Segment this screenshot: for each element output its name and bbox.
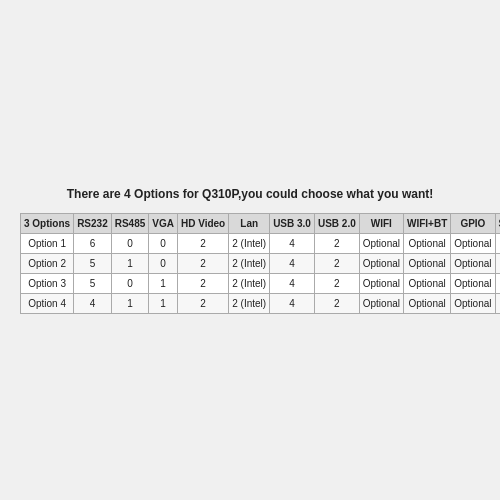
table-cell: 2 <box>177 253 228 273</box>
table-cell: 2 <box>177 273 228 293</box>
table-body: Option 160022 (Intel)42OptionalOptionalO… <box>21 233 501 313</box>
table-cell: 2 <box>177 233 228 253</box>
table-cell: 1 <box>149 273 178 293</box>
table-cell: Optional <box>495 293 500 313</box>
table-cell: 2 <box>314 253 359 273</box>
col-header-usb30: USB 3.0 <box>270 213 315 233</box>
col-header-lan: Lan <box>229 213 270 233</box>
table-cell: 1 <box>149 293 178 313</box>
table-cell: Option 3 <box>21 273 74 293</box>
table-cell: 2 <box>314 273 359 293</box>
table-cell: Option 4 <box>21 293 74 313</box>
table-cell: 2 (Intel) <box>229 253 270 273</box>
table-cell: Optional <box>451 273 495 293</box>
table-cell: 1 <box>111 293 149 313</box>
col-header-wifi: WIFI <box>359 213 403 233</box>
table-cell: 2 (Intel) <box>229 273 270 293</box>
table-cell: Optional <box>451 233 495 253</box>
col-header-usb20: USB 2.0 <box>314 213 359 233</box>
col-header-gpio: GPIO <box>451 213 495 233</box>
table-cell: 5 <box>74 273 112 293</box>
table-cell: 6 <box>74 233 112 253</box>
main-container: There are 4 Options for Q310P,you could … <box>10 177 490 324</box>
table-cell: 4 <box>270 253 315 273</box>
table-cell: 2 (Intel) <box>229 233 270 253</box>
table-cell: Optional <box>451 253 495 273</box>
table-cell: Option 1 <box>21 233 74 253</box>
table-cell: 4 <box>270 273 315 293</box>
table-cell: 5 <box>74 253 112 273</box>
col-header-vga: VGA <box>149 213 178 233</box>
table-cell: Optional <box>495 273 500 293</box>
col-header-simcard: SIM Card <box>495 213 500 233</box>
table-cell: 0 <box>149 233 178 253</box>
table-cell: 2 <box>314 293 359 313</box>
table-cell: Optional <box>359 293 403 313</box>
table-cell: Optional <box>403 233 450 253</box>
table-row: Option 441122 (Intel)42OptionalOptionalO… <box>21 293 501 313</box>
table-cell: 2 <box>177 293 228 313</box>
table-cell: Optional <box>359 253 403 273</box>
options-table: 3 Options RS232 RS485 VGA HD Video Lan U… <box>20 213 500 314</box>
table-cell: 0 <box>111 273 149 293</box>
col-header-options: 3 Options <box>21 213 74 233</box>
table-cell: Optional <box>495 233 500 253</box>
table-cell: 4 <box>270 293 315 313</box>
table-cell: Optional <box>359 233 403 253</box>
col-header-rs485: RS485 <box>111 213 149 233</box>
table-header-row: 3 Options RS232 RS485 VGA HD Video Lan U… <box>21 213 501 233</box>
table-cell: Optional <box>495 253 500 273</box>
table-cell: 0 <box>111 233 149 253</box>
col-header-rs232: RS232 <box>74 213 112 233</box>
table-cell: 1 <box>111 253 149 273</box>
table-cell: 0 <box>149 253 178 273</box>
table-cell: Option 2 <box>21 253 74 273</box>
table-cell: Optional <box>403 273 450 293</box>
table-cell: 2 <box>314 233 359 253</box>
table-cell: 4 <box>74 293 112 313</box>
table-cell: Optional <box>451 293 495 313</box>
table-cell: Optional <box>359 273 403 293</box>
table-row: Option 251022 (Intel)42OptionalOptionalO… <box>21 253 501 273</box>
col-header-hdvideo: HD Video <box>177 213 228 233</box>
table-cell: Optional <box>403 253 450 273</box>
table-cell: 4 <box>270 233 315 253</box>
table-row: Option 350122 (Intel)42OptionalOptionalO… <box>21 273 501 293</box>
page-title: There are 4 Options for Q310P,you could … <box>20 187 480 201</box>
table-cell: Optional <box>403 293 450 313</box>
table-cell: 2 (Intel) <box>229 293 270 313</box>
table-row: Option 160022 (Intel)42OptionalOptionalO… <box>21 233 501 253</box>
col-header-wifibt: WIFI+BT <box>403 213 450 233</box>
